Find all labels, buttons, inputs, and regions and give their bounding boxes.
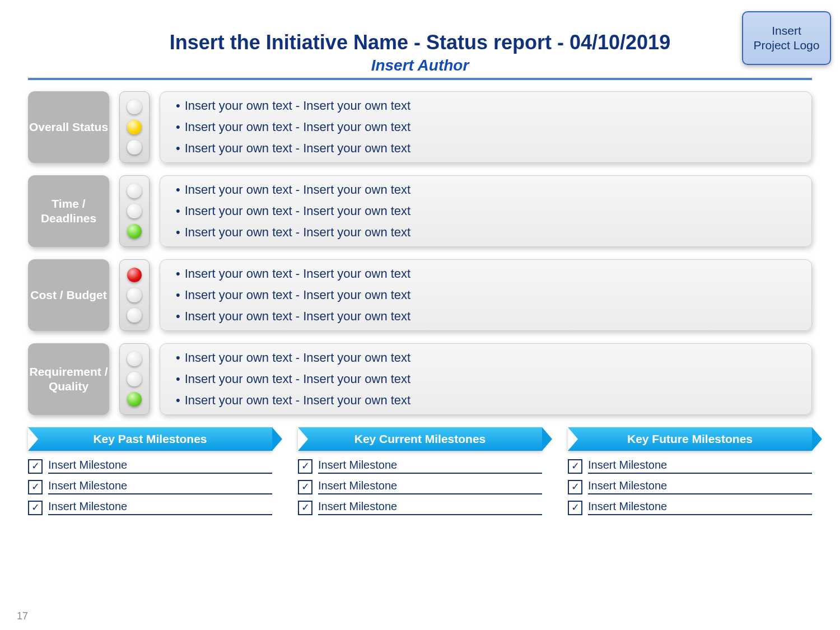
- status-light-icon: [127, 372, 142, 386]
- status-light-icon: [127, 184, 142, 198]
- status-bullet: Insert your own text - Insert your own t…: [176, 309, 796, 324]
- page-title: Insert the Initiative Name - Status repo…: [28, 31, 812, 54]
- status-light-icon: [127, 268, 142, 282]
- status-row: Cost / BudgetInsert your own text - Inse…: [28, 259, 812, 331]
- milestone-text: Insert Milestone: [48, 500, 272, 515]
- status-text-box: Insert your own text - Insert your own t…: [160, 175, 812, 247]
- status-light-icon: [127, 308, 142, 323]
- traffic-light: [119, 175, 150, 247]
- check-icon: ✓: [568, 459, 582, 474]
- status-label: Requirement / Quality: [28, 343, 109, 415]
- status-row: Overall StatusInsert your own text - Ins…: [28, 91, 812, 163]
- milestone-heading: Key Future Milestones: [568, 427, 812, 451]
- milestone-text: Insert Milestone: [318, 500, 542, 515]
- milestone-item: ✓Insert Milestone: [28, 459, 272, 474]
- status-bullet: Insert your own text - Insert your own t…: [176, 288, 796, 302]
- milestone-item: ✓Insert Milestone: [28, 479, 272, 494]
- page-number: 17: [17, 610, 28, 622]
- status-label: Cost / Budget: [28, 259, 109, 331]
- check-icon: ✓: [28, 459, 43, 474]
- status-label: Overall Status: [28, 91, 109, 163]
- check-icon: ✓: [568, 480, 582, 494]
- milestone-text: Insert Milestone: [588, 479, 812, 494]
- milestone-item: ✓Insert Milestone: [298, 459, 542, 474]
- status-light-icon: [127, 204, 142, 218]
- milestone-item: ✓Insert Milestone: [298, 500, 542, 515]
- status-light-icon: [127, 100, 142, 114]
- check-icon: ✓: [298, 459, 312, 474]
- status-light-icon: [127, 288, 142, 302]
- milestone-text: Insert Milestone: [588, 500, 812, 515]
- milestone-column: Key Past Milestones✓Insert Milestone✓Ins…: [28, 427, 272, 521]
- check-icon: ✓: [568, 501, 582, 515]
- status-bullet: Insert your own text - Insert your own t…: [176, 99, 796, 113]
- milestone-column: Key Future Milestones✓Insert Milestone✓I…: [568, 427, 812, 521]
- status-bullet: Insert your own text - Insert your own t…: [176, 225, 796, 240]
- traffic-light: [119, 91, 150, 163]
- status-light-icon: [127, 120, 142, 134]
- status-bullet: Insert your own text - Insert your own t…: [176, 204, 796, 218]
- milestone-text: Insert Milestone: [318, 459, 542, 474]
- status-light-icon: [127, 140, 142, 155]
- milestone-heading: Key Current Milestones: [298, 427, 542, 451]
- status-row: Requirement / QualityInsert your own tex…: [28, 343, 812, 415]
- milestone-item: ✓Insert Milestone: [568, 500, 812, 515]
- status-light-icon: [127, 352, 142, 366]
- milestone-item: ✓Insert Milestone: [298, 479, 542, 494]
- status-text-box: Insert your own text - Insert your own t…: [160, 343, 812, 415]
- status-bullet: Insert your own text - Insert your own t…: [176, 393, 796, 408]
- milestone-text: Insert Milestone: [318, 479, 542, 494]
- milestone-item: ✓Insert Milestone: [568, 459, 812, 474]
- check-icon: ✓: [298, 480, 312, 494]
- status-light-icon: [127, 392, 142, 407]
- status-bullet: Insert your own text - Insert your own t…: [176, 372, 796, 386]
- milestone-text: Insert Milestone: [48, 479, 272, 494]
- status-text-box: Insert your own text - Insert your own t…: [160, 259, 812, 331]
- check-icon: ✓: [298, 501, 312, 515]
- logo-line2: Project Logo: [754, 38, 820, 53]
- milestones: Key Past Milestones✓Insert Milestone✓Ins…: [28, 427, 812, 521]
- milestone-heading: Key Past Milestones: [28, 427, 272, 451]
- status-rows: Overall StatusInsert your own text - Ins…: [28, 91, 812, 415]
- check-icon: ✓: [28, 501, 43, 515]
- logo-line1: Insert: [772, 24, 801, 38]
- milestone-item: ✓Insert Milestone: [568, 479, 812, 494]
- status-light-icon: [127, 224, 142, 239]
- status-bullet: Insert your own text - Insert your own t…: [176, 141, 796, 156]
- milestone-text: Insert Milestone: [588, 459, 812, 474]
- status-bullet: Insert your own text - Insert your own t…: [176, 183, 796, 197]
- milestone-item: ✓Insert Milestone: [28, 500, 272, 515]
- status-bullet: Insert your own text - Insert your own t…: [176, 267, 796, 281]
- status-row: Time / DeadlinesInsert your own text - I…: [28, 175, 812, 247]
- divider: [28, 78, 812, 80]
- traffic-light: [119, 343, 150, 415]
- page-author: Insert Author: [28, 57, 812, 74]
- status-text-box: Insert your own text - Insert your own t…: [160, 91, 812, 163]
- check-icon: ✓: [28, 480, 43, 494]
- milestone-text: Insert Milestone: [48, 459, 272, 474]
- status-bullet: Insert your own text - Insert your own t…: [176, 120, 796, 134]
- traffic-light: [119, 259, 150, 331]
- project-logo-placeholder: Insert Project Logo: [742, 11, 831, 65]
- milestone-column: Key Current Milestones✓Insert Milestone✓…: [298, 427, 542, 521]
- slide: Insert Project Logo Insert the Initiativ…: [0, 0, 840, 630]
- status-bullet: Insert your own text - Insert your own t…: [176, 351, 796, 365]
- status-label: Time / Deadlines: [28, 175, 109, 247]
